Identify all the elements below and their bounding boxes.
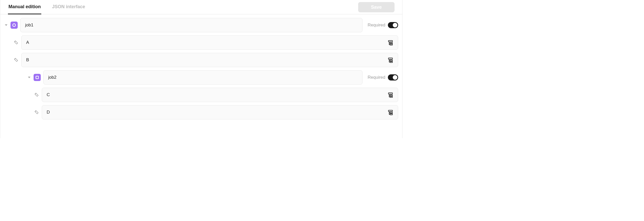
- caret-icon[interactable]: [27, 76, 31, 79]
- circle-badge-icon: [11, 22, 18, 29]
- svg-rect-17: [390, 114, 393, 115]
- svg-rect-9: [36, 76, 38, 79]
- field-d[interactable]: D: [42, 105, 398, 119]
- required-toggle[interactable]: [388, 74, 398, 81]
- svg-rect-13: [390, 96, 393, 97]
- caret-icon[interactable]: [4, 23, 8, 27]
- field-value: D: [47, 110, 50, 115]
- required-label: Required: [368, 75, 385, 80]
- required-toggle[interactable]: [388, 22, 398, 28]
- field-job2[interactable]: job2: [43, 70, 363, 85]
- tree-row-job1: job1 Required: [4, 18, 398, 32]
- save-button[interactable]: Save: [358, 2, 395, 12]
- svg-rect-8: [390, 62, 393, 63]
- tree-row-c: C: [4, 88, 398, 102]
- tab-json-interface[interactable]: JSON interface: [52, 0, 86, 14]
- tag-icon: [14, 57, 19, 63]
- field-value: C: [47, 92, 50, 97]
- svg-rect-12: [390, 95, 393, 96]
- tree-content: job1 Required A: [0, 14, 402, 128]
- tree-row-a: A: [4, 35, 398, 50]
- svg-rect-16: [390, 112, 393, 113]
- svg-rect-15: [388, 110, 393, 112]
- svg-point-1: [15, 41, 15, 42]
- svg-rect-6: [388, 58, 393, 59]
- tree-row-d: D: [4, 105, 398, 119]
- svg-point-14: [35, 111, 36, 112]
- structure-icon[interactable]: [388, 109, 393, 115]
- structure-icon[interactable]: [388, 92, 393, 98]
- svg-point-10: [35, 94, 36, 94]
- editor-panel: Manual edition JSON interface Save job1 …: [0, 0, 402, 138]
- svg-point-0: [13, 24, 16, 27]
- required-label: Required: [368, 23, 385, 28]
- tree-row-b: B: [4, 53, 398, 67]
- field-job1[interactable]: job1: [20, 18, 363, 32]
- tabs: Manual edition JSON interface: [8, 0, 86, 14]
- field-b[interactable]: B: [21, 53, 398, 67]
- tag-icon: [34, 92, 39, 97]
- field-value: A: [26, 40, 29, 45]
- toggle-knob: [393, 23, 397, 27]
- square-badge-icon: [34, 74, 41, 81]
- header-bar: Manual edition JSON interface Save: [0, 0, 402, 14]
- tag-icon: [14, 40, 19, 45]
- field-c[interactable]: C: [42, 88, 398, 102]
- field-value: job1: [25, 23, 33, 28]
- svg-point-5: [15, 59, 15, 59]
- tag-icon: [34, 110, 39, 115]
- tab-manual-edition[interactable]: Manual edition: [8, 0, 41, 14]
- structure-icon[interactable]: [388, 40, 393, 45]
- structure-icon[interactable]: [388, 57, 393, 63]
- svg-rect-7: [390, 60, 393, 61]
- tree-row-job2: job2 Required: [4, 70, 398, 85]
- svg-rect-3: [390, 43, 393, 44]
- field-a[interactable]: A: [21, 35, 398, 50]
- svg-rect-2: [388, 41, 393, 42]
- svg-rect-4: [390, 44, 393, 45]
- field-value: job2: [48, 75, 56, 80]
- field-value: B: [26, 57, 29, 63]
- svg-rect-11: [388, 93, 393, 94]
- toggle-knob: [393, 75, 397, 80]
